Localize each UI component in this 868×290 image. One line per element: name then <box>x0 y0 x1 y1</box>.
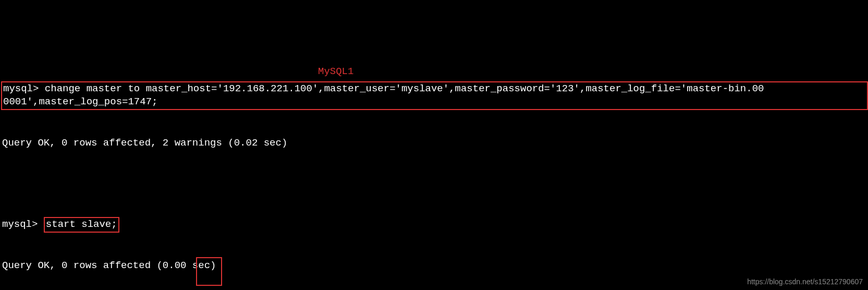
prompt: mysql> <box>3 83 45 94</box>
terminal-output: mysql> change master to master_host='192… <box>0 54 868 290</box>
highlight-change-master: mysql> change master to master_host='192… <box>1 81 868 110</box>
result-2: Query OK, 0 rows affected (0.00 sec) <box>2 259 868 273</box>
cmd-change-master-line2: 0001',master_log_pos=1747; <box>3 95 866 109</box>
highlight-start-slave: start slave; <box>44 217 119 233</box>
watermark: https://blog.csdn.net/s15212790607 <box>747 277 863 287</box>
prompt: mysql> <box>2 219 44 230</box>
result-1: Query OK, 0 rows affected, 2 warnings (0… <box>2 137 868 150</box>
annotation-mysql1: MySQL1 <box>318 65 353 79</box>
cmd-change-master-line1: change master to master_host='192.168.22… <box>45 83 764 94</box>
